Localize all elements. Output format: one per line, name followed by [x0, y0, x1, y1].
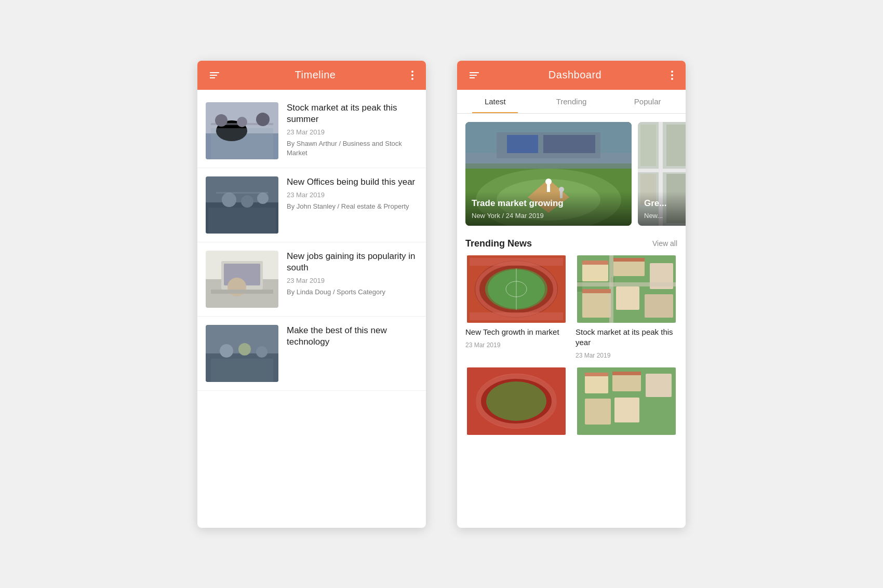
trending-section-title: Trending News — [465, 238, 532, 249]
svg-point-4 — [215, 114, 228, 127]
svg-rect-13 — [208, 208, 276, 234]
svg-rect-46 — [666, 125, 686, 166]
more-options-button[interactable] — [407, 66, 418, 84]
timeline-item-2[interactable]: New Offices being build this year 23 Mar… — [197, 168, 426, 242]
svg-rect-63 — [582, 289, 611, 318]
dashboard-filter-icon — [470, 72, 479, 78]
svg-point-39 — [559, 187, 564, 192]
news-title-4: Make the best of this new technology — [287, 325, 418, 348]
svg-rect-72 — [582, 289, 611, 293]
trending-thumb-2 — [576, 255, 677, 323]
svg-rect-20 — [211, 290, 273, 294]
trending-card-title-2: Stock market at its peak this year — [576, 327, 677, 348]
news-content-1: Stock market at its peak this summer 23 … — [287, 102, 418, 159]
tab-latest[interactable]: Latest — [457, 90, 533, 113]
timeline-item-1[interactable]: Stock market at its peak this summer 23 … — [197, 94, 426, 168]
trending-card-1[interactable]: New Tech growth in market 23 Mar 2019 — [465, 255, 567, 360]
news-content-2: New Offices being build this year 23 Mar… — [287, 176, 418, 234]
featured-card-side-subtitle: New... — [644, 212, 684, 220]
featured-card-side-overlay: Gre... New... — [638, 192, 686, 225]
svg-rect-85 — [612, 372, 641, 375]
tab-trending[interactable]: Trending — [533, 90, 610, 113]
tab-bar: Latest Trending Popular — [457, 90, 686, 114]
trending-thumb-3 — [465, 367, 567, 435]
news-thumbnail-1 — [206, 102, 278, 159]
svg-point-5 — [237, 117, 247, 127]
svg-rect-32 — [543, 135, 595, 153]
trending-news-grid: New Tech growth in market 23 Mar 2019 — [457, 255, 686, 444]
news-title-3: New jobs gaining its popularity in south — [287, 251, 418, 274]
trending-thumb-4 — [576, 367, 677, 435]
news-thumbnail-2 — [206, 176, 278, 234]
dashboard-more-icon — [671, 71, 673, 80]
trending-card-date-2: 23 Mar 2019 — [576, 352, 677, 359]
trending-card-3[interactable] — [465, 367, 567, 435]
news-thumbnail-4 — [206, 325, 278, 382]
timeline-news-list: Stock market at its peak this summer 23 … — [197, 90, 426, 395]
svg-point-6 — [256, 113, 270, 126]
dashboard-app-bar: Dashboard — [457, 61, 686, 90]
trending-card-4[interactable] — [576, 367, 677, 435]
timeline-panel: Timeline — [197, 61, 426, 528]
svg-point-11 — [241, 195, 253, 208]
svg-rect-84 — [585, 373, 608, 376]
news-thumbnail-3 — [206, 251, 278, 308]
featured-card-main[interactable]: Trade market growing New York / 24 Mar 2… — [465, 122, 632, 226]
svg-rect-14 — [216, 192, 268, 194]
view-all-button[interactable]: View all — [652, 239, 677, 248]
news-author-1: By Shawn Arthur / Business and Stock Mar… — [287, 139, 418, 158]
news-title-2: New Offices being build this year — [287, 176, 418, 188]
svg-rect-64 — [616, 286, 639, 310]
news-date-2: 23 Mar 2019 — [287, 191, 418, 199]
featured-card-side-title: Gre... — [644, 198, 684, 209]
svg-point-10 — [222, 193, 236, 207]
timeline-item-4[interactable]: Make the best of this new technology — [197, 317, 426, 391]
dashboard-panel: Dashboard Latest Trending Popular — [457, 61, 686, 528]
trending-card-title-1: New Tech growth in market — [465, 327, 567, 337]
filter-icon — [210, 72, 219, 78]
svg-point-37 — [545, 179, 552, 185]
timeline-item-3[interactable]: New jobs gaining its popularity in south… — [197, 242, 426, 317]
svg-rect-26 — [211, 359, 273, 382]
timeline-title: Timeline — [295, 69, 336, 81]
dashboard-title: Dashboard — [548, 69, 601, 81]
tab-popular[interactable]: Popular — [609, 90, 686, 113]
filter-button[interactable] — [206, 68, 223, 83]
featured-card-side[interactable]: Gre... New... — [638, 122, 686, 226]
news-title-1: Stock market at its peak this summer — [287, 102, 418, 125]
svg-rect-38 — [547, 184, 550, 192]
svg-point-12 — [257, 193, 269, 204]
svg-point-24 — [238, 343, 251, 355]
svg-point-23 — [220, 344, 233, 358]
svg-rect-68 — [577, 282, 676, 286]
svg-rect-81 — [646, 374, 672, 397]
svg-rect-70 — [582, 261, 608, 265]
featured-card-main-subtitle: New York / 24 Mar 2019 — [472, 212, 625, 220]
featured-cards-scroll: Trade market growing New York / 24 Mar 2… — [457, 114, 686, 234]
featured-card-main-overlay: Trade market growing New York / 24 Mar 2… — [465, 192, 632, 225]
news-author-2: By John Stanley / Real estate & Property — [287, 202, 418, 211]
featured-card-main-title: Trade market growing — [472, 198, 625, 209]
svg-rect-71 — [613, 258, 645, 262]
more-icon — [411, 71, 413, 80]
news-author-3: By Linda Doug / Sports Category — [287, 288, 418, 297]
timeline-app-bar: Timeline — [197, 61, 426, 90]
dashboard-filter-button[interactable] — [465, 68, 483, 83]
news-date-3: 23 Mar 2019 — [287, 277, 418, 284]
news-content-4: Make the best of this new technology — [287, 325, 418, 382]
trending-card-date-1: 23 Mar 2019 — [465, 341, 567, 349]
svg-rect-57 — [470, 258, 563, 266]
svg-rect-45 — [640, 125, 656, 166]
svg-rect-65 — [645, 294, 673, 318]
svg-rect-7 — [211, 128, 273, 159]
svg-rect-83 — [614, 398, 639, 422]
news-date-1: 23 Mar 2019 — [287, 128, 418, 136]
svg-rect-58 — [470, 312, 563, 320]
trending-thumb-1 — [465, 255, 567, 323]
svg-rect-31 — [507, 135, 538, 153]
trending-section-header: Trending News View all — [457, 234, 686, 255]
svg-point-25 — [256, 346, 267, 358]
dashboard-more-button[interactable] — [667, 66, 677, 84]
trending-card-2[interactable]: Stock market at its peak this year 23 Ma… — [576, 255, 677, 360]
svg-rect-82 — [585, 399, 611, 425]
